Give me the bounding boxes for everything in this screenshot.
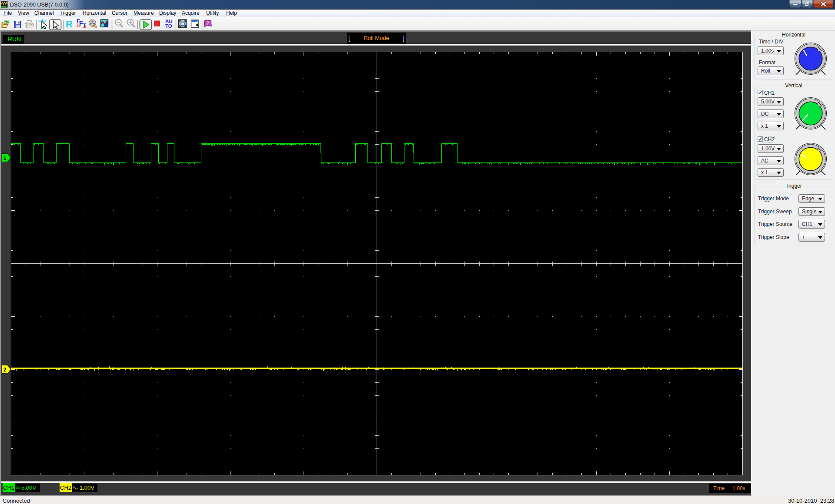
svg-text:F: F (79, 20, 83, 27)
svg-text:?: ? (207, 21, 209, 26)
svg-text:T: T (83, 23, 86, 28)
svg-text:TO: TO (165, 23, 172, 29)
svg-text:1: 1 (3, 155, 7, 161)
svg-text:R: R (66, 19, 73, 30)
svg-text:2: 2 (3, 367, 7, 373)
